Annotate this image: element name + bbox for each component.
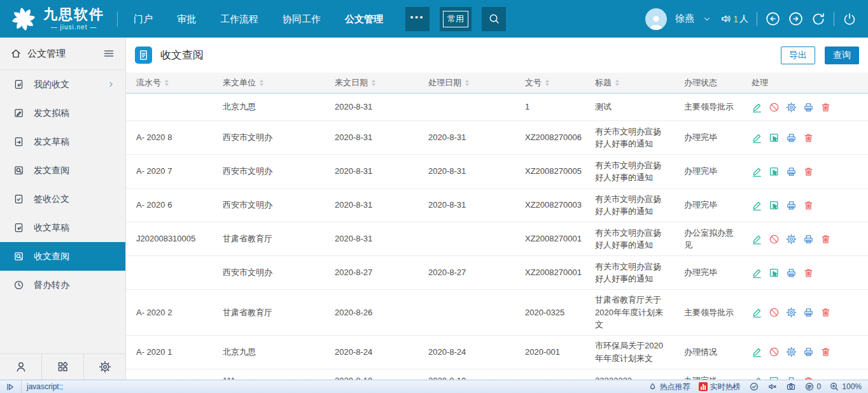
sidebar-bottom-dock: [0, 354, 125, 380]
query-button[interactable]: 查询: [825, 46, 859, 64]
cell-received-date: 2020-8-31: [325, 195, 418, 215]
brand-logo[interactable]: 九思软件 — jiusi.net —: [0, 6, 113, 32]
sidebar-item-received-drafts[interactable]: 收文草稿: [0, 213, 125, 242]
edit-icon[interactable]: [752, 132, 762, 143]
sidebar-item-label: 督办转办: [34, 280, 69, 291]
delete-icon[interactable]: [803, 268, 814, 278]
edit-icon[interactable]: [752, 166, 762, 177]
delete-icon[interactable]: [820, 307, 831, 318]
person-icon: [15, 361, 27, 373]
nav-item-workflow[interactable]: 工作流程: [208, 0, 270, 38]
username-label: 徐燕: [675, 13, 694, 25]
hot-rank-button[interactable]: 实时热榜: [699, 382, 741, 392]
print-icon[interactable]: [803, 347, 814, 357]
cell-actions: [741, 132, 868, 143]
void-icon[interactable]: [769, 347, 780, 357]
delete-icon[interactable]: [820, 234, 831, 245]
edit-icon[interactable]: [752, 307, 762, 318]
sort-control[interactable]: [465, 80, 469, 86]
process-icon[interactable]: [769, 132, 780, 143]
sidebar-item-my-received[interactable]: 我的收文: [0, 70, 125, 99]
print-icon[interactable]: [786, 200, 797, 211]
sidebar-item-supervise-transfer[interactable]: 督办转办: [0, 271, 125, 299]
refresh-icon: [811, 12, 825, 26]
nav-item-collaboration[interactable]: 协同工作: [270, 0, 333, 38]
profile-dock-button[interactable]: [0, 354, 42, 380]
cell-status: 办理完毕: [674, 371, 741, 380]
favorites-button[interactable]: 常用: [440, 7, 472, 31]
cell-title: 甘肃省教育厅关于2020年年度计划来文: [585, 290, 674, 335]
void-icon[interactable]: [769, 234, 780, 245]
column-header-actions: 处理: [741, 77, 868, 89]
zoom-control[interactable]: 100%: [829, 382, 862, 392]
edit-icon[interactable]: [752, 347, 762, 357]
gear-icon: [99, 361, 111, 373]
adblock-icon: [804, 382, 815, 392]
settings-icon[interactable]: [786, 307, 797, 318]
hot-recommend-button[interactable]: 热点推荐: [648, 382, 690, 392]
settings-icon[interactable]: [786, 102, 797, 113]
apps-dock-button[interactable]: [42, 354, 84, 380]
settings-dock-button[interactable]: [84, 354, 125, 380]
brand-domain: — jiusi.net —: [43, 24, 104, 31]
cell-actions: [741, 307, 868, 318]
sidebar-item-received-review[interactable]: 收文查阅: [0, 242, 125, 271]
sort-control[interactable]: [615, 80, 619, 86]
sort-control[interactable]: [372, 80, 375, 86]
sort-control[interactable]: [165, 80, 169, 86]
top-navigation-bar: 九思软件 — jiusi.net — 门户 审批 工作流程 协同工作 公文管理 …: [0, 0, 868, 38]
snapshot-button[interactable]: [786, 382, 796, 392]
nav-item-document-management[interactable]: 公文管理: [333, 0, 395, 38]
cell-unit: 甘肃省教育厅: [213, 229, 325, 249]
void-icon[interactable]: [769, 102, 780, 113]
sidebar-item-outgoing-review[interactable]: 发文查阅: [0, 156, 125, 185]
settings-icon[interactable]: [786, 234, 797, 245]
page-header: 收文查阅 导出 查询: [126, 38, 868, 73]
settings-icon[interactable]: [786, 347, 797, 357]
cell-received-date: 2020-8-27: [325, 262, 418, 283]
delete-icon[interactable]: [820, 102, 831, 113]
sidebar-item-sign-documents[interactable]: 签收公文: [0, 185, 125, 213]
nav-item-portal[interactable]: 门户: [122, 0, 165, 38]
print-icon[interactable]: [786, 268, 797, 278]
sidebar-item-outgoing-draft[interactable]: 发文拟稿: [0, 99, 125, 127]
process-icon[interactable]: [769, 166, 780, 177]
edit-icon[interactable]: [752, 102, 762, 113]
mute-button[interactable]: [767, 382, 778, 392]
security-check-button[interactable]: [749, 382, 759, 392]
void-icon[interactable]: [769, 307, 780, 318]
export-button[interactable]: 导出: [781, 46, 815, 64]
column-header-status: 办理状态: [674, 77, 741, 89]
delete-icon[interactable]: [803, 200, 814, 211]
sort-control[interactable]: [545, 80, 549, 86]
print-icon[interactable]: [803, 307, 814, 318]
delete-icon[interactable]: [820, 347, 831, 357]
refresh-button[interactable]: [811, 12, 825, 26]
logout-button[interactable]: [843, 12, 857, 26]
run-script-button[interactable]: [0, 380, 22, 393]
nav-item-approval[interactable]: 审批: [165, 0, 208, 38]
print-icon[interactable]: [803, 102, 814, 113]
delete-icon[interactable]: [803, 132, 814, 143]
edit-icon[interactable]: [752, 268, 762, 278]
back-button[interactable]: [766, 11, 780, 26]
more-menu-button[interactable]: •••: [405, 7, 430, 31]
print-icon[interactable]: [786, 166, 797, 177]
sidebar-item-outgoing-drafts-list[interactable]: 发文草稿: [0, 127, 125, 156]
process-icon[interactable]: [769, 268, 780, 278]
print-icon[interactable]: [786, 132, 797, 143]
adblock-counter[interactable]: 0: [804, 382, 822, 392]
sort-control[interactable]: [260, 80, 263, 86]
process-icon[interactable]: [769, 200, 780, 211]
print-icon[interactable]: [803, 234, 814, 245]
search-button[interactable]: [482, 7, 506, 31]
edit-icon[interactable]: [752, 200, 762, 211]
user-avatar[interactable]: [645, 8, 667, 30]
edit-icon[interactable]: [752, 234, 762, 245]
forward-button[interactable]: [788, 11, 803, 26]
cell-status: 主要领导批示: [674, 303, 741, 323]
collapse-sidebar-button[interactable]: [102, 47, 115, 60]
user-menu-chevron[interactable]: [703, 15, 711, 24]
online-users[interactable]: 1 人: [720, 13, 748, 25]
delete-icon[interactable]: [803, 166, 814, 177]
